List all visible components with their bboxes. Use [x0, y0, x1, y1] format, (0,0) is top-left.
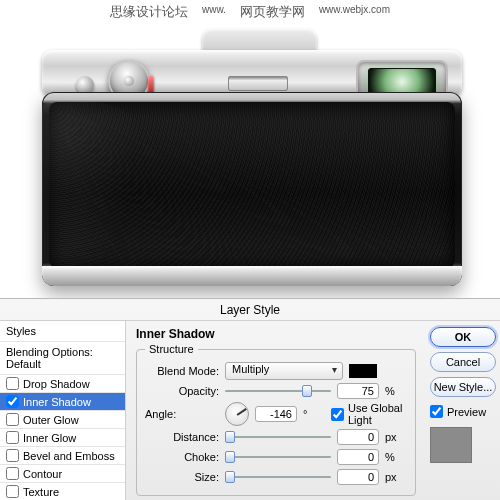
- shadow-color-swatch[interactable]: [349, 364, 377, 378]
- style-list: Styles Blending Options: Default Drop Sh…: [0, 321, 126, 500]
- watermark-left: 思缘设计论坛: [110, 4, 188, 21]
- use-global-light[interactable]: Use Global Light: [331, 402, 407, 426]
- checkbox-texture[interactable]: [6, 485, 19, 498]
- label-opacity: Opacity:: [145, 385, 219, 397]
- label-size: Size:: [145, 471, 219, 483]
- size-input[interactable]: [337, 469, 379, 485]
- watermark-left-small: www.: [202, 4, 226, 21]
- angle-dial[interactable]: [225, 402, 249, 426]
- checkbox-contour[interactable]: [6, 467, 19, 480]
- choke-input[interactable]: [337, 449, 379, 465]
- watermark: 思缘设计论坛 www. 网页教学网 www.webjx.com: [0, 4, 500, 21]
- style-list-blending[interactable]: Blending Options: Default: [0, 342, 125, 375]
- style-item-inner-shadow[interactable]: Inner Shadow: [0, 393, 125, 411]
- checkbox-preview[interactable]: [430, 405, 443, 418]
- style-item-bevel-emboss[interactable]: Bevel and Emboss: [0, 447, 125, 465]
- unit-deg: °: [303, 408, 325, 420]
- ok-button[interactable]: OK: [430, 327, 496, 347]
- preview-swatch: [430, 427, 472, 463]
- style-item-contour[interactable]: Contour: [0, 465, 125, 483]
- choke-slider[interactable]: [225, 450, 331, 464]
- checkbox-drop-shadow[interactable]: [6, 377, 19, 390]
- new-style-button[interactable]: New Style...: [430, 377, 496, 397]
- label-choke: Choke:: [145, 451, 219, 463]
- style-item-texture[interactable]: Texture: [0, 483, 125, 500]
- angle-input[interactable]: [255, 406, 297, 422]
- label-blend-mode: Blend Mode:: [145, 365, 219, 377]
- checkbox-inner-shadow[interactable]: [6, 395, 19, 408]
- dialog-title: Layer Style: [0, 299, 500, 321]
- distance-slider[interactable]: [225, 430, 331, 444]
- unit-px-1: px: [385, 431, 407, 443]
- size-slider[interactable]: [225, 470, 331, 484]
- style-item-inner-glow[interactable]: Inner Glow: [0, 429, 125, 447]
- checkbox-bevel-emboss[interactable]: [6, 449, 19, 462]
- unit-pct: %: [385, 385, 407, 397]
- structure-group: Structure Blend Mode: Multiply Opacity: …: [136, 343, 416, 496]
- right-pane: OK Cancel New Style... Preview: [426, 321, 500, 500]
- blend-mode-select[interactable]: Multiply: [225, 362, 343, 380]
- checkbox-inner-glow[interactable]: [6, 431, 19, 444]
- opacity-slider[interactable]: [225, 384, 331, 398]
- label-distance: Distance:: [145, 431, 219, 443]
- checkbox-global-light[interactable]: [331, 408, 344, 421]
- camera-illustration: [42, 28, 462, 286]
- style-item-drop-shadow[interactable]: Drop Shadow: [0, 375, 125, 393]
- unit-pct-2: %: [385, 451, 407, 463]
- section-title: Inner Shadow: [136, 327, 416, 341]
- label-angle: Angle:: [145, 408, 219, 420]
- style-list-styles[interactable]: Styles: [0, 321, 125, 342]
- structure-legend: Structure: [145, 343, 198, 355]
- style-item-outer-glow[interactable]: Outer Glow: [0, 411, 125, 429]
- center-pane: Inner Shadow Structure Blend Mode: Multi…: [126, 321, 426, 500]
- distance-input[interactable]: [337, 429, 379, 445]
- checkbox-outer-glow[interactable]: [6, 413, 19, 426]
- watermark-right: 网页教学网: [240, 4, 305, 21]
- layer-style-dialog: Layer Style Styles Blending Options: Def…: [0, 298, 500, 500]
- cancel-button[interactable]: Cancel: [430, 352, 496, 372]
- watermark-right-small: www.webjx.com: [319, 4, 390, 21]
- unit-px-2: px: [385, 471, 407, 483]
- opacity-input[interactable]: [337, 383, 379, 399]
- preview-toggle[interactable]: Preview: [430, 405, 496, 418]
